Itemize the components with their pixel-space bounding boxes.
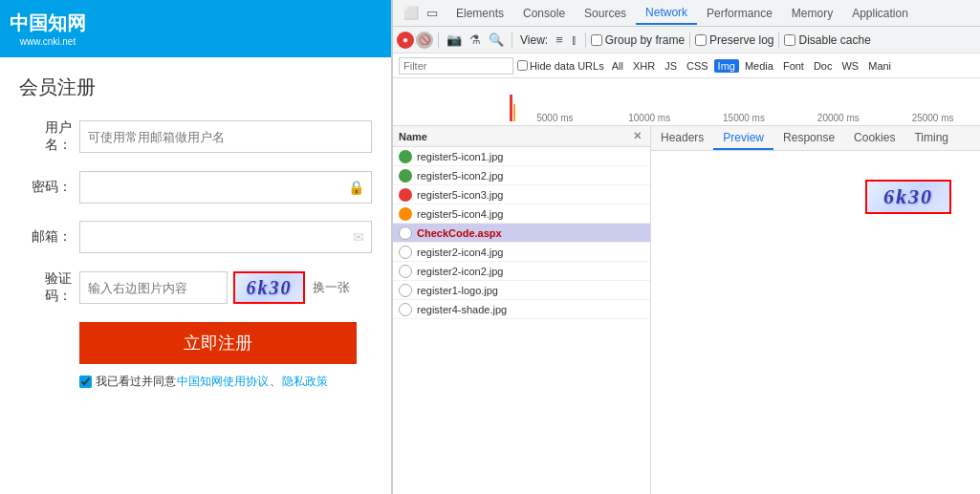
list-view-icon[interactable]: ≡ [553, 32, 566, 47]
password-label: 密码： [19, 179, 72, 196]
filter-font[interactable]: Font [779, 59, 808, 73]
filter-img[interactable]: Img [714, 59, 739, 73]
preview-captcha-image: 6k30 [865, 180, 951, 214]
toolbar-separator1 [438, 32, 439, 48]
row-status-icon [399, 226, 412, 240]
tab-application[interactable]: Application [842, 3, 918, 24]
network-row[interactable]: register5-icon3.jpg [393, 185, 650, 204]
network-row[interactable]: register2-icon4.jpg [393, 243, 650, 262]
password-row: 密码： 🔒 [19, 171, 372, 204]
network-content: Name ✕ register5-icon1.jpg register5-ico… [393, 126, 980, 494]
clear-button[interactable]: 🚫 [416, 32, 433, 49]
agreement-link2[interactable]: 隐私政策 [282, 374, 328, 390]
devtools-panel: ⬜ ▭ Elements Console Sources Network Per… [392, 0, 980, 494]
email-input[interactable] [79, 221, 372, 253]
agreement-link1[interactable]: 中国知网使用协议 [177, 374, 269, 390]
filter-doc[interactable]: Doc [810, 59, 837, 73]
timeline-spike-2 [513, 104, 515, 121]
register-button[interactable]: 立即注册 [79, 322, 357, 364]
timeline-label-1: 5000 ms [508, 113, 602, 125]
preserve-log-checkbox[interactable] [695, 34, 707, 46]
captcha-input[interactable] [79, 271, 228, 304]
network-row[interactable]: register5-icon4.jpg [393, 204, 650, 224]
preserve-log-label: Preserve log [709, 33, 773, 47]
agreement-row: 我已看过并同意 中国知网使用协议 、 隐私政策 [79, 374, 372, 390]
disable-cache-checkbox[interactable] [784, 34, 795, 46]
row-status-icon [399, 284, 412, 297]
row-filename: register5-icon2.jpg [417, 170, 644, 182]
filter-media[interactable]: Media [741, 59, 777, 73]
captcha-image[interactable]: 6k30 [233, 271, 305, 304]
inspect-icon[interactable]: ⬜ [402, 4, 421, 23]
lock-icon: 🔒 [348, 180, 364, 195]
captcha-refresh-button[interactable]: 换一张 [313, 279, 350, 296]
tab-cookies[interactable]: Cookies [844, 127, 904, 150]
registration-form: 用户名： 密码： 🔒 邮箱： ✉ 验证码： 6k30 换一张 立即注 [0, 110, 391, 399]
network-row[interactable]: register2-icon2.jpg [393, 262, 650, 281]
filter-icon[interactable]: ⚗ [467, 32, 484, 47]
network-row[interactable]: register4-shade.jpg [393, 300, 650, 319]
tab-response[interactable]: Response [773, 127, 844, 150]
tab-elements[interactable]: Elements [446, 3, 513, 24]
group-by-frame-checkbox[interactable] [591, 34, 602, 46]
row-filename: register5-icon4.jpg [417, 208, 644, 220]
username-input[interactable] [79, 120, 372, 153]
network-toolbar: ● 🚫 📷 ⚗ 🔍 View: ≡ ⫿ Group by frame Prese… [393, 27, 980, 54]
network-row[interactable]: register5-icon2.jpg [393, 166, 650, 185]
password-wrapper: 🔒 [79, 171, 372, 204]
email-label: 邮箱： [19, 228, 72, 246]
page-title: 会员注册 [0, 57, 391, 110]
network-list-header: Name ✕ [393, 126, 650, 147]
network-row-selected[interactable]: CheckCode.aspx [393, 224, 650, 243]
tab-preview[interactable]: Preview [713, 127, 773, 150]
row-status-icon [399, 246, 412, 259]
tab-memory[interactable]: Memory [782, 3, 842, 24]
waterfall-icon[interactable]: ⫿ [568, 32, 580, 47]
tab-console[interactable]: Console [513, 3, 575, 24]
password-input[interactable] [79, 171, 372, 204]
username-label: 用户名： [19, 119, 72, 154]
tab-headers[interactable]: Headers [651, 127, 713, 150]
device-icon[interactable]: ▭ [423, 4, 442, 23]
view-label: View: [520, 33, 548, 47]
filter-input[interactable] [399, 57, 513, 75]
email-wrapper: ✉ [79, 221, 372, 253]
tab-network[interactable]: Network [636, 2, 697, 25]
filter-xhr[interactable]: XHR [629, 59, 659, 73]
network-row[interactable]: register1-logo.jpg [393, 281, 650, 300]
email-row: 邮箱： ✉ [19, 221, 372, 253]
hide-data-urls-label: Hide data URLs [530, 60, 604, 72]
filter-mani[interactable]: Mani [864, 59, 895, 73]
timeline-labels: 5000 ms 10000 ms 15000 ms 20000 ms 25000… [508, 113, 980, 125]
devtools-icons: ⬜ ▭ [397, 4, 446, 23]
network-row[interactable]: register5-icon1.jpg [393, 147, 650, 166]
email-icon: ✉ [353, 229, 364, 245]
network-file-list: Name ✕ register5-icon1.jpg register5-ico… [393, 126, 651, 494]
filter-css[interactable]: CSS [683, 59, 712, 73]
tab-timing[interactable]: Timing [904, 127, 958, 150]
tab-sources[interactable]: Sources [575, 3, 636, 24]
detail-tab-bar: Headers Preview Response Cookies Timing [651, 126, 980, 151]
captcha-row: 验证码： 6k30 换一张 [19, 270, 372, 305]
row-status-icon [399, 265, 412, 278]
toolbar-separator4 [689, 32, 690, 48]
filter-ws[interactable]: WS [838, 59, 862, 73]
filter-all[interactable]: All [608, 59, 627, 73]
toolbar-separator5 [778, 32, 779, 48]
record-button[interactable]: ● [397, 32, 414, 49]
timeline-label-3: 15000 ms [697, 113, 792, 125]
search-icon[interactable]: 🔍 [486, 32, 507, 47]
timeline-spike-1 [510, 95, 512, 121]
row-status-icon [399, 303, 412, 316]
camera-icon[interactable]: 📷 [444, 32, 465, 47]
filter-js[interactable]: JS [661, 59, 681, 73]
row-filename: register2-icon4.jpg [417, 247, 644, 258]
detail-panel: Headers Preview Response Cookies Timing … [651, 126, 980, 494]
agreement-checkbox[interactable] [79, 376, 92, 388]
row-status-icon [399, 169, 412, 183]
timeline-label-5: 25000 ms [885, 113, 980, 125]
row-filename: register5-icon1.jpg [417, 151, 644, 162]
hide-data-urls-checkbox[interactable] [517, 60, 528, 71]
tab-performance[interactable]: Performance [697, 3, 782, 24]
close-column-header[interactable]: ✕ [629, 130, 644, 142]
